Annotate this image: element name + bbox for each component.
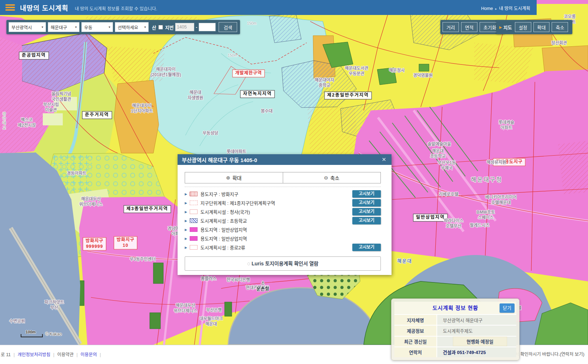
san-checkbox[interactable] bbox=[158, 25, 163, 30]
panel-row-value: 도시계획주제도 bbox=[437, 326, 516, 336]
notice-view-button[interactable]: 고시보기 bbox=[352, 199, 381, 207]
measure-toolbar: 거리면적초기화 bbox=[440, 20, 505, 34]
luris-icon: ◌ bbox=[247, 261, 250, 266]
zone-swatch-hatch-blue bbox=[190, 218, 198, 223]
map-attribution: © Kakao bbox=[45, 332, 62, 337]
plan-item-label: 도시계획시설 : 초등학교 bbox=[200, 217, 247, 224]
item-arrow-icon[interactable]: ▶ bbox=[185, 210, 190, 214]
popup-zoom-in-button[interactable]: ⊕ 확대 bbox=[185, 172, 283, 183]
panel-row-value: 현행화 예정일 bbox=[437, 337, 516, 347]
item-arrow-icon[interactable]: ▶ bbox=[185, 246, 190, 249]
item-arrow-icon[interactable]: ▶ bbox=[185, 201, 190, 205]
item-arrow-icon[interactable]: ▶ bbox=[185, 192, 190, 196]
zone-swatch-solid-magenta bbox=[190, 236, 198, 241]
notice-view-button[interactable]: 고시보기 bbox=[352, 244, 381, 251]
plan-item-label: 지구단위계획 : 제1종지구단위계획구역 bbox=[200, 199, 275, 206]
panel-title: 도시계획 정보 현황 bbox=[394, 302, 516, 315]
panel-row: 지자체명부산광역시 해운대구 bbox=[394, 315, 516, 326]
panel-row-label: 연락처 bbox=[394, 347, 437, 357]
zone-swatch-outline-red bbox=[190, 209, 198, 214]
chevron-down-icon: ▼ bbox=[108, 26, 111, 29]
select-value: 선택하세요 bbox=[118, 24, 138, 31]
breadcrumb-current: 내 땅의 도시계획 bbox=[499, 6, 530, 11]
notice-view-button[interactable]: 고시보기 bbox=[352, 190, 381, 198]
select-value: 우동 bbox=[84, 24, 92, 31]
footer-address-fragment: 로 11 bbox=[1, 352, 11, 357]
ri-select[interactable]: 선택하세요▼ bbox=[115, 22, 149, 32]
popup-header[interactable]: 부산광역시 해운대구 우동 1405-0 ✕ bbox=[178, 154, 392, 165]
hamburger-menu-icon[interactable] bbox=[5, 3, 15, 12]
map-mode-label[interactable]: 지도 bbox=[503, 24, 512, 31]
plan-item-row: ▶도시계획시설 : 청사(국가)고시보기 bbox=[185, 207, 381, 216]
select-value: 부산광역시 bbox=[11, 24, 32, 31]
panel-row: 연락처건설과 051-749-4725 bbox=[394, 347, 516, 357]
plan-item-row: ▶용도지역 : 일반상업지역 bbox=[185, 225, 381, 234]
scale-label: 100m bbox=[26, 330, 43, 334]
popup-separator bbox=[185, 187, 381, 187]
search-toolbar: 부산광역시▼해운대구▼우동▼선택하세요▼ 산 지번 - 검색 bbox=[6, 20, 240, 34]
panel-close-button[interactable]: 닫기 bbox=[500, 303, 515, 313]
zone-swatch-vstripe-red bbox=[190, 192, 198, 196]
plan-item-row: ▶용도지역 : 일반상업지역 bbox=[185, 234, 381, 243]
panel-row-value: 부산광역시 해운대구 bbox=[437, 315, 516, 325]
breadcrumb: Home▸내 땅의 도시계획 bbox=[481, 5, 530, 11]
popup-zoom-out-button[interactable]: ⊖ 축소 bbox=[283, 172, 381, 183]
chevron-down-icon: ▼ bbox=[144, 26, 147, 29]
jibun-dash: - bbox=[196, 25, 197, 30]
footer-link[interactable]: 이용문의 bbox=[81, 352, 97, 357]
footer-separator: | bbox=[14, 352, 15, 357]
notice-view-button[interactable]: 고시보기 bbox=[352, 208, 381, 215]
panel-row-label: 제공정보 bbox=[394, 326, 437, 336]
panel-row: 최근 갱신일현행화 예정일 bbox=[394, 337, 516, 347]
footer-separator: | bbox=[53, 352, 54, 357]
plan-item-label: 용도지구 : 방화지구 bbox=[200, 191, 239, 197]
plan-item-label: 도시계획시설 : 청사(국가) bbox=[200, 208, 250, 215]
plan-item-row: ▶용도지구 : 방화지구고시보기 bbox=[185, 189, 381, 198]
panel-row-value: 건설과 051-749-4725 bbox=[437, 347, 516, 357]
map-zoom-in-button[interactable]: 확대 bbox=[533, 22, 550, 32]
app-window: 준공업지역준주거지역자연녹지지역제2종일반주거지역제3종일반주거지역일반상업지역… bbox=[0, 0, 588, 364]
footer-links: 로 11|개인정보처리방침|이용약관|이용문의| bbox=[1, 351, 104, 358]
chevron-down-icon: ▼ bbox=[41, 26, 44, 29]
search-button[interactable]: 검색 bbox=[219, 22, 237, 32]
dong-select[interactable]: 우동▼ bbox=[81, 22, 113, 32]
city-plan-info-panel: 도시계획 정보 현황 닫기 지자체명부산광역시 해운대구제공정보도시계획주제도최… bbox=[391, 298, 520, 360]
map-zoom-out-button[interactable]: 축소 bbox=[552, 22, 568, 32]
sido-select[interactable]: 부산광역시▼ bbox=[9, 22, 46, 32]
luris-report-button[interactable]: ◌Luris 토지이용계획 확인서 열람 bbox=[185, 256, 381, 271]
map-control-toolbar: ▶ 지도 설정확대축소 bbox=[496, 20, 572, 34]
zoom-out-label: 축소 bbox=[330, 174, 339, 181]
distance-button[interactable]: 거리 bbox=[443, 22, 459, 32]
map-mode-arrow-icon: ▶ bbox=[499, 25, 502, 29]
jibun-main-input[interactable] bbox=[175, 23, 194, 31]
panel-row-value-box: 현행화 예정일 bbox=[453, 337, 507, 346]
popup-zoom-bar: ⊕ 확대 ⊖ 축소 bbox=[185, 172, 381, 183]
zone-swatch-solid-magenta bbox=[190, 227, 198, 232]
item-arrow-icon[interactable]: ▶ bbox=[185, 228, 190, 232]
breadcrumb-separator-icon: ▸ bbox=[495, 7, 497, 11]
footer-link[interactable]: 개인정보처리방침 bbox=[17, 352, 50, 357]
notice-view-button[interactable]: 고시보기 bbox=[352, 217, 381, 224]
popup-title: 부산광역시 해운대구 우동 1405-0 bbox=[182, 156, 257, 163]
luris-label: Luris 토지이용계획 확인서 열람 bbox=[251, 261, 318, 266]
footer-link[interactable]: 이용약관 bbox=[57, 352, 73, 357]
plan-item-list: ▶용도지구 : 방화지구고시보기▶지구단위계획 : 제1종지구단위계획구역고시보… bbox=[185, 189, 381, 252]
area-button[interactable]: 면적 bbox=[461, 22, 477, 32]
zone-swatch-outline-red bbox=[190, 245, 198, 250]
footer-separator: | bbox=[76, 352, 77, 357]
plan-item-row: ▶도시계획시설 : 초등학교고시보기 bbox=[185, 216, 381, 225]
breadcrumb-home[interactable]: Home bbox=[481, 6, 493, 11]
item-arrow-icon[interactable]: ▶ bbox=[185, 237, 190, 240]
sigungu-select[interactable]: 해운대구▼ bbox=[48, 22, 80, 32]
app-subtitle: 내 땅의 도시계획 정보를 조회할 수 있습니다. bbox=[75, 5, 157, 12]
zoom-in-label: 확대 bbox=[232, 174, 242, 181]
jibun-sub-input[interactable] bbox=[199, 23, 216, 31]
plan-item-label: 도시계획시설 : 중로2류 bbox=[200, 244, 245, 251]
popup-close-icon[interactable]: ✕ bbox=[380, 156, 387, 163]
settings-button[interactable]: 설정 bbox=[515, 22, 531, 32]
panel-row: 제공정보도시계획주제도 bbox=[394, 326, 516, 336]
zoom-in-icon: ⊕ bbox=[226, 175, 230, 181]
item-arrow-icon[interactable]: ▶ bbox=[185, 219, 190, 223]
plan-item-label: 용도지역 : 일반상업지역 bbox=[200, 226, 247, 233]
popup-body: ⊕ 확대 ⊖ 축소 ▶용도지구 : 방화지구고시보기▶지구단위계획 : 제1종지… bbox=[178, 165, 392, 275]
